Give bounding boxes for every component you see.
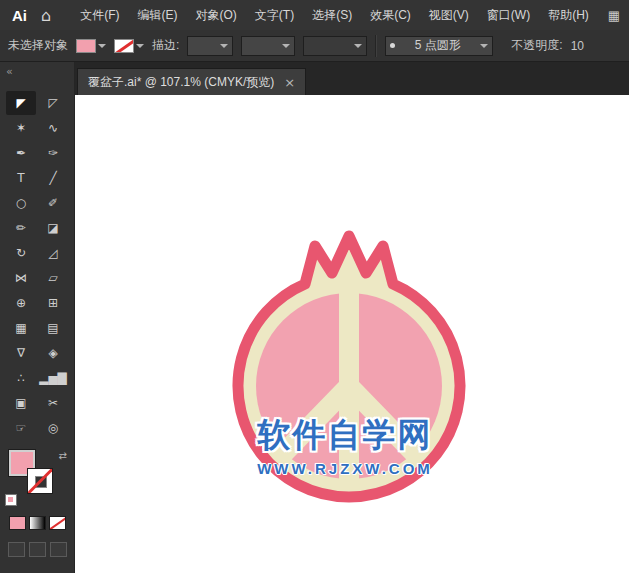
chevron-down-icon bbox=[136, 44, 144, 48]
free-transform-icon: ▱ bbox=[48, 272, 57, 284]
rotate-tool[interactable]: ↻ bbox=[6, 241, 36, 265]
fill-color-dropdown[interactable] bbox=[76, 39, 106, 53]
stroke-label: 描边: bbox=[152, 37, 179, 54]
width-tool[interactable]: ⋈ bbox=[6, 266, 36, 290]
shape-builder-icon: ⊕ bbox=[16, 297, 26, 309]
pencil-tool[interactable]: ✏ bbox=[6, 216, 36, 240]
pencil-icon: ✏ bbox=[16, 222, 26, 234]
opacity-value[interactable]: 10 bbox=[571, 39, 584, 53]
zoom-icon: ◎ bbox=[48, 422, 58, 434]
workspace-switcher-icon[interactable]: ▦ bbox=[598, 8, 629, 23]
pen-tool[interactable]: ✒ bbox=[6, 141, 36, 165]
color-button[interactable] bbox=[9, 516, 26, 530]
magic-wand-tool[interactable]: ✶ bbox=[6, 116, 36, 140]
scale-tool[interactable]: ◿ bbox=[38, 241, 68, 265]
document-tab-bar: 覆盆子.ai* @ 107.1% (CMYK/预览) × bbox=[75, 62, 629, 95]
tools-panel: « ◤◸✶∿✒✑T╱○✐✏◪↻◿⋈▱⊕⊞▦▤∇◈∴▂▅▇▣✂☞◎ ⇄ bbox=[0, 62, 75, 573]
free-transform-tool[interactable]: ▱ bbox=[38, 266, 68, 290]
selection-icon: ◤ bbox=[16, 97, 25, 109]
gradient-button[interactable] bbox=[29, 516, 46, 530]
eraser-icon: ◪ bbox=[47, 222, 58, 234]
mesh-icon: ▦ bbox=[15, 322, 26, 334]
menu-item-file[interactable]: 文件(F) bbox=[71, 0, 128, 30]
selection-tool[interactable]: ◤ bbox=[6, 91, 36, 115]
drawing-mode-buttons bbox=[0, 542, 74, 557]
type-tool[interactable]: T bbox=[6, 166, 36, 190]
direct-selection-icon: ◸ bbox=[48, 97, 57, 109]
curvature-icon: ✑ bbox=[48, 147, 58, 159]
direct-selection-tool[interactable]: ◸ bbox=[38, 91, 68, 115]
menu-items: 文件(F)编辑(E)对象(O)文字(T)选择(S)效果(C)视图(V)窗口(W)… bbox=[71, 0, 598, 30]
fill-swatch[interactable] bbox=[76, 39, 96, 53]
pomegranate-illustration[interactable] bbox=[229, 218, 469, 508]
ellipse-tool[interactable]: ○ bbox=[6, 191, 36, 215]
stroke-weight-select[interactable] bbox=[187, 36, 233, 56]
home-icon[interactable]: ⌂ bbox=[37, 6, 63, 25]
stroke-color-swatch[interactable] bbox=[27, 468, 53, 494]
rotate-icon: ↻ bbox=[16, 247, 26, 259]
menu-item-window[interactable]: 窗口(W) bbox=[478, 0, 539, 30]
variable-width-select[interactable] bbox=[303, 36, 367, 56]
blend-tool[interactable]: ◈ bbox=[38, 341, 68, 365]
line-segment-tool[interactable]: ╱ bbox=[38, 166, 68, 190]
menu-item-type[interactable]: 文字(T) bbox=[246, 0, 303, 30]
column-graph-tool[interactable]: ▂▅▇ bbox=[38, 366, 68, 390]
line-segment-icon: ╱ bbox=[49, 172, 56, 184]
chevron-down-icon bbox=[282, 44, 290, 48]
perspective-grid-tool[interactable]: ⊞ bbox=[38, 291, 68, 315]
lasso-tool[interactable]: ∿ bbox=[38, 116, 68, 140]
chevron-down-icon bbox=[354, 44, 362, 48]
brush-definition-select[interactable]: 5 点圆形 bbox=[385, 36, 493, 56]
hand-tool[interactable]: ☞ bbox=[6, 416, 36, 440]
menu-item-object[interactable]: 对象(O) bbox=[186, 0, 245, 30]
symbol-sprayer-icon: ∴ bbox=[17, 372, 25, 384]
none-button[interactable] bbox=[49, 516, 66, 530]
paint-buttons bbox=[0, 516, 74, 530]
eyedropper-tool[interactable]: ∇ bbox=[6, 341, 36, 365]
shape-builder-tool[interactable]: ⊕ bbox=[6, 291, 36, 315]
selection-status: 未选择对象 bbox=[8, 37, 68, 54]
width-profile-select[interactable] bbox=[241, 36, 295, 56]
pen-icon: ✒ bbox=[16, 147, 26, 159]
menu-item-edit[interactable]: 编辑(E) bbox=[128, 0, 186, 30]
paintbrush-tool[interactable]: ✐ bbox=[38, 191, 68, 215]
draw-normal-button[interactable] bbox=[8, 542, 25, 557]
menu-item-view[interactable]: 视图(V) bbox=[420, 0, 478, 30]
zoom-tool[interactable]: ◎ bbox=[38, 416, 68, 440]
menu-bar: Ai ⌂ 文件(F)编辑(E)对象(O)文字(T)选择(S)效果(C)视图(V)… bbox=[0, 0, 629, 31]
eraser-tool[interactable]: ◪ bbox=[38, 216, 68, 240]
symbol-sprayer-tool[interactable]: ∴ bbox=[6, 366, 36, 390]
mesh-tool[interactable]: ▦ bbox=[6, 316, 36, 340]
type-icon: T bbox=[17, 172, 24, 184]
tool-grid: ◤◸✶∿✒✑T╱○✐✏◪↻◿⋈▱⊕⊞▦▤∇◈∴▂▅▇▣✂☞◎ bbox=[0, 91, 74, 440]
menu-item-effect[interactable]: 效果(C) bbox=[361, 0, 420, 30]
artboard-tool[interactable]: ▣ bbox=[6, 391, 36, 415]
default-fill-stroke-icon[interactable] bbox=[5, 494, 17, 506]
column-graph-icon: ▂▅▇ bbox=[39, 372, 67, 384]
collapse-panel-icon[interactable]: « bbox=[0, 62, 74, 85]
stroke-swatch[interactable] bbox=[114, 39, 134, 53]
stroke-color-dropdown[interactable] bbox=[114, 39, 144, 53]
swap-fill-stroke-icon[interactable]: ⇄ bbox=[59, 450, 67, 461]
curvature-tool[interactable]: ✑ bbox=[38, 141, 68, 165]
chevron-down-icon bbox=[220, 44, 228, 48]
eyedropper-icon: ∇ bbox=[17, 347, 25, 359]
close-icon[interactable]: × bbox=[284, 75, 295, 90]
draw-behind-button[interactable] bbox=[29, 542, 46, 557]
draw-inside-button[interactable] bbox=[50, 542, 67, 557]
gradient-icon: ▤ bbox=[47, 322, 58, 334]
menu-item-select[interactable]: 选择(S) bbox=[303, 0, 361, 30]
brush-preview-icon bbox=[390, 43, 395, 48]
artboard-canvas[interactable]: 软件自学网 WWW.RJZXW.COM bbox=[75, 95, 629, 573]
fill-stroke-indicator: ⇄ bbox=[5, 450, 69, 506]
chevron-down-icon bbox=[480, 44, 488, 48]
width-icon: ⋈ bbox=[15, 272, 27, 284]
app-logo: Ai bbox=[0, 7, 37, 24]
slice-tool[interactable]: ✂ bbox=[38, 391, 68, 415]
control-bar: 未选择对象 描边: 5 点圆形 不透明度: 10 bbox=[0, 30, 629, 62]
lasso-icon: ∿ bbox=[48, 122, 58, 134]
menu-item-help[interactable]: 帮助(H) bbox=[539, 0, 598, 30]
gradient-tool[interactable]: ▤ bbox=[38, 316, 68, 340]
brush-definition-value: 5 点圆形 bbox=[415, 37, 461, 54]
document-tab[interactable]: 覆盆子.ai* @ 107.1% (CMYK/预览) × bbox=[77, 68, 306, 95]
